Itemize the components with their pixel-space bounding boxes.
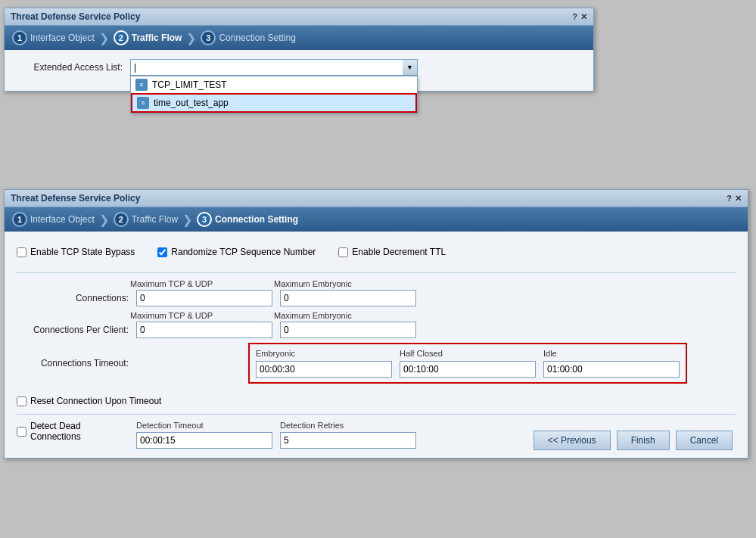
help-icon-bottom[interactable]: ? — [726, 194, 732, 204]
wizard-bar-bottom: 1 Interface Object ❯ 2 Traffic Flow ❯ 3 … — [5, 207, 748, 232]
tcp-state-bypass-item: Enable TCP State Bypass — [17, 247, 135, 257]
dialog-bottom: Threat Defense Service Policy ? ✕ 1 Inte… — [4, 189, 748, 459]
finish-button[interactable]: Finish — [617, 431, 670, 450]
decrement-ttl-item: Enable Decrement TTL — [338, 247, 446, 257]
detect-dead-col-headers: Detection Timeout Detection Retries — [136, 421, 416, 430]
help-icon[interactable]: ? — [572, 12, 577, 22]
arrow-b2: ❯ — [182, 213, 192, 227]
connections-inputs — [136, 290, 416, 306]
cpc-label: Connections Per Client: — [17, 325, 129, 335]
decrement-ttl-checkbox[interactable] — [338, 247, 348, 257]
embryonic-header: Embryonic — [256, 349, 392, 358]
wizard-step-b2[interactable]: 2 Traffic Flow — [114, 212, 178, 227]
idle-header: Idle — [543, 349, 680, 358]
timeout-item-icon: ≡ — [137, 97, 149, 109]
dropdown-wrap: ▼ ≡ TCP_LIMIT_TEST ≡ time_out_test_app — [130, 59, 418, 76]
max-embryonic-header: Maximum Embryonic — [274, 279, 410, 288]
tcp-state-bypass-checkbox[interactable] — [17, 247, 26, 257]
wizard-step-b1[interactable]: 1 Interface Object — [12, 212, 95, 227]
dialog-top-controls[interactable]: ? ✕ — [572, 12, 587, 22]
step-b2-label: Traffic Flow — [132, 214, 178, 225]
tcp-item-icon: ≡ — [135, 79, 148, 91]
reset-connection-item: Reset Connection Upon Timeout — [17, 396, 736, 406]
wizard-step-b3[interactable]: 3 Connection Setting — [197, 212, 298, 227]
wizard-bar-top: 1 Interface Object ❯ 2 Traffic Flow ❯ 3 … — [5, 26, 593, 50]
connections-per-client-section: Maximum TCP & UDP Maximum Embryonic Conn… — [17, 311, 736, 338]
extended-access-list-label: Extended Access List: — [17, 62, 123, 73]
dropdown-list: ≡ TCP_LIMIT_TEST ≡ time_out_test_app — [130, 76, 418, 114]
dialog-bottom-controls[interactable]: ? ✕ — [726, 194, 742, 204]
cpc-inputs — [136, 322, 416, 338]
wizard-step-3[interactable]: 3 Connection Setting — [201, 30, 295, 45]
detect-dead-checkbox[interactable] — [17, 427, 26, 437]
timeout-col-headers: Embryonic Half Closed Idle — [256, 349, 680, 358]
wizard-step-2[interactable]: 2 Traffic Flow — [114, 30, 182, 45]
dialog-top-content: Extended Access List: ▼ ≡ TCP_LIMIT_TEST… — [5, 50, 593, 91]
step-3-label: Connection Setting — [219, 33, 295, 43]
half-closed-header: Half Closed — [400, 349, 536, 358]
footer-buttons: << Previous Finish Cancel — [534, 431, 733, 450]
cpc-max-tcp-udp-header: Maximum TCP & UDP — [130, 311, 266, 320]
connections-timeout-label: Connections Timeout: — [17, 343, 129, 369]
dialog-top-title-text: Threat Defense Service Policy — [11, 11, 140, 22]
decrement-ttl-label: Enable Decrement TTL — [352, 247, 446, 257]
dropdown-item-timeout[interactable]: ≡ time_out_test_app — [131, 93, 417, 113]
step-3-circle: 3 — [201, 30, 216, 45]
timeout-section-bordered: Embryonic Half Closed Idle — [248, 343, 687, 384]
cpc-max-embryonic-input[interactable] — [280, 322, 416, 338]
randomize-tcp-label: Randomize TCP Sequence Number — [171, 247, 316, 257]
dialog-bottom-title: Threat Defense Service Policy ? ✕ — [5, 190, 748, 207]
close-icon-bottom[interactable]: ✕ — [735, 194, 742, 204]
divider-2 — [17, 414, 736, 415]
dialog-top-title: Threat Defense Service Policy ? ✕ — [5, 8, 593, 26]
embryonic-input[interactable] — [256, 361, 392, 378]
detection-timeout-header: Detection Timeout — [136, 421, 272, 430]
connections-max-tcp-input[interactable] — [136, 290, 272, 306]
step-2-label: Traffic Flow — [132, 33, 182, 43]
step-b3-circle: 3 — [197, 212, 212, 227]
detect-dead-label: Detect Dead Connections — [30, 421, 129, 442]
detection-retries-input[interactable] — [280, 432, 416, 449]
connections-label: Connections: — [17, 293, 129, 303]
max-tcp-udp-header: Maximum TCP & UDP — [130, 279, 266, 288]
dialog-top: Threat Defense Service Policy ? ✕ 1 Inte… — [4, 8, 594, 92]
timeout-inputs — [256, 361, 680, 378]
connections-timeout-section: Connections Timeout: Embryonic Half Clos… — [17, 343, 736, 390]
cancel-button[interactable]: Cancel — [676, 431, 733, 450]
extended-access-list-row: Extended Access List: ▼ ≡ TCP_LIMIT_TEST… — [17, 59, 581, 76]
arrow-2: ❯ — [186, 31, 196, 45]
detect-dead-inputs — [136, 432, 416, 449]
extended-access-list-input[interactable] — [130, 59, 418, 76]
cpc-max-tcp-input[interactable] — [136, 322, 272, 338]
timeout-item-label: time_out_test_app — [154, 98, 229, 108]
arrow-b1: ❯ — [99, 213, 109, 227]
step-b1-label: Interface Object — [30, 214, 95, 225]
step-b1-circle: 1 — [12, 212, 27, 227]
detect-dead-fields: Detection Timeout Detection Retries — [136, 421, 416, 449]
dropdown-item-tcp[interactable]: ≡ TCP_LIMIT_TEST — [131, 76, 417, 93]
dialog-bottom-title-text: Threat Defense Service Policy — [11, 193, 140, 204]
close-icon[interactable]: ✕ — [580, 12, 587, 22]
half-closed-input[interactable] — [400, 361, 536, 378]
dialog-bottom-content: Enable TCP State Bypass Randomize TCP Se… — [5, 232, 748, 458]
step-1-circle: 1 — [12, 30, 27, 45]
arrow-1: ❯ — [99, 31, 109, 45]
cpc-col-headers: Maximum TCP & UDP Maximum Embryonic — [130, 311, 736, 320]
step-2-circle: 2 — [114, 30, 129, 45]
reset-connection-label: Reset Connection Upon Timeout — [30, 396, 161, 406]
detection-timeout-input[interactable] — [136, 432, 272, 449]
tcp-state-bypass-label: Enable TCP State Bypass — [30, 247, 135, 257]
step-b2-circle: 2 — [114, 212, 129, 227]
previous-button[interactable]: << Previous — [534, 431, 611, 450]
checkboxes-row: Enable TCP State Bypass Randomize TCP Se… — [17, 241, 736, 263]
dropdown-button[interactable]: ▼ — [403, 59, 418, 76]
cpc-max-embryonic-header: Maximum Embryonic — [274, 311, 410, 320]
cpc-row: Connections Per Client: — [17, 322, 736, 338]
randomize-tcp-checkbox[interactable] — [157, 247, 167, 257]
step-1-label: Interface Object — [30, 33, 95, 43]
idle-input[interactable] — [543, 361, 680, 378]
connections-col-headers: Maximum TCP & UDP Maximum Embryonic — [130, 279, 736, 288]
connections-max-embryonic-input[interactable] — [280, 290, 416, 306]
wizard-step-1[interactable]: 1 Interface Object — [12, 30, 95, 45]
reset-connection-checkbox[interactable] — [17, 397, 26, 406]
